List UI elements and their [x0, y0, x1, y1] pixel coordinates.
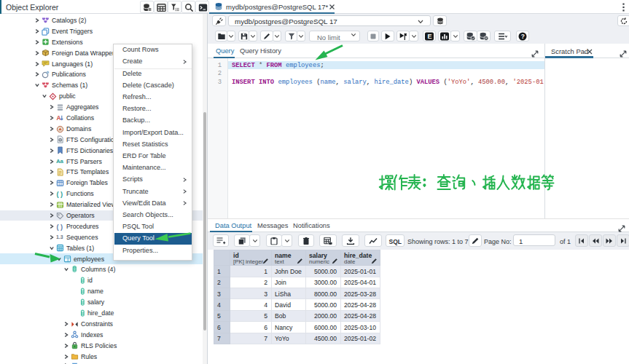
svg-text:?: ?	[521, 33, 525, 40]
svg-text:E: E	[428, 33, 432, 40]
